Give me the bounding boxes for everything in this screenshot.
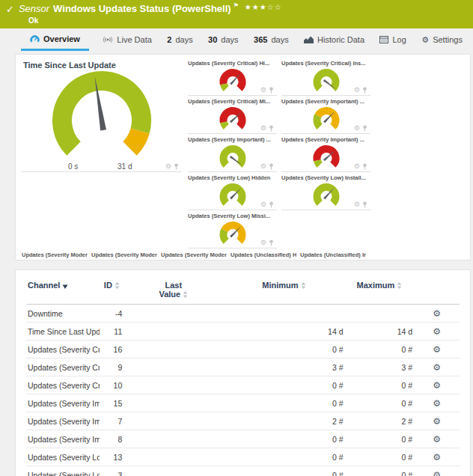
channel-settings-icon[interactable]: ⚙ bbox=[433, 308, 441, 319]
tile-actions: ⚙ bbox=[354, 87, 367, 94]
tab-label: days bbox=[271, 35, 288, 44]
gauge-label: Updates (Severity Critical) Ins... bbox=[281, 58, 370, 67]
gauge-title: Time Since Last Update bbox=[22, 58, 182, 70]
gauge-label: Updates (Unclassified) Install... bbox=[300, 249, 366, 258]
tab-bar: OverviewLive Data2days30days365daysHisto… bbox=[0, 28, 473, 51]
gear-icon[interactable]: ⚙ bbox=[260, 163, 266, 170]
channel-settings-icon[interactable]: ⚙ bbox=[433, 344, 441, 355]
gear-icon[interactable]: ⚙ bbox=[260, 201, 266, 208]
table-row: Downtime-4⚙ bbox=[26, 305, 460, 323]
gauge-label: Updates (Severity Important) ... bbox=[281, 96, 370, 105]
tab-log[interactable]: Log bbox=[378, 28, 407, 51]
channel-settings-icon[interactable]: ⚙ bbox=[433, 380, 441, 391]
gear-icon[interactable]: ⚙ bbox=[354, 125, 360, 132]
tab-30-days[interactable]: 30days bbox=[207, 28, 240, 51]
table-row: Updates (Severity Critic...93 #3 #⚙ bbox=[26, 358, 460, 376]
channel-settings-icon[interactable]: ⚙ bbox=[433, 434, 441, 445]
prtg-sensor-page: ✓ Sensor Windows Updates Status (PowerSh… bbox=[0, 0, 473, 476]
cell-id: 3 bbox=[100, 466, 123, 476]
table-row: Updates (Severity Impo...80 #0 #⚙ bbox=[26, 430, 460, 448]
table-row: Time Since Last Update1114 d14 d⚙ bbox=[26, 323, 460, 341]
time-since-last-update-gauge bbox=[22, 70, 182, 164]
gauge-tile: Updates (Severity Low) Missi...⚙ bbox=[188, 210, 277, 248]
gear-icon[interactable]: ⚙ bbox=[354, 87, 360, 94]
channel-settings-icon[interactable]: ⚙ bbox=[433, 452, 441, 463]
column-header-id[interactable]: ID bbox=[100, 276, 123, 305]
cell-actions: ⚙ bbox=[414, 376, 460, 394]
gauge-label: Updates (Severity Moderate) ... bbox=[22, 249, 88, 258]
pin-icon[interactable] bbox=[362, 87, 367, 94]
gear-icon[interactable]: ⚙ bbox=[260, 87, 266, 94]
gauge-label: Updates (Severity Important) ... bbox=[188, 134, 277, 143]
gauge-tile: Updates (Unclassified) Hidden⚙ bbox=[231, 249, 296, 260]
pin-icon[interactable] bbox=[362, 125, 367, 132]
column-header-minimum[interactable]: Minimum bbox=[223, 276, 344, 305]
pin-icon[interactable] bbox=[362, 201, 367, 208]
cell-id: 16 bbox=[100, 341, 123, 358]
cell-min: 0 # bbox=[223, 448, 344, 466]
sensor-header: ✓ Sensor Windows Updates Status (PowerSh… bbox=[0, 0, 473, 28]
flag-icon[interactable]: ⚑ bbox=[234, 3, 239, 9]
cell-actions: ⚙ bbox=[414, 358, 460, 376]
cell-id: 8 bbox=[100, 430, 123, 448]
gear-icon[interactable]: ⚙ bbox=[260, 125, 266, 132]
gear-icon[interactable]: ⚙ bbox=[165, 163, 171, 170]
tile-actions: ⚙ bbox=[260, 239, 274, 246]
channel-settings-icon[interactable]: ⚙ bbox=[433, 326, 441, 337]
cell-max: 0 # bbox=[345, 448, 415, 466]
tile-actions: ⚙ bbox=[260, 201, 274, 208]
cell-actions: ⚙ bbox=[414, 341, 460, 358]
tab-2-days[interactable]: 2days bbox=[165, 28, 194, 51]
log-icon bbox=[379, 36, 388, 43]
pin-icon[interactable] bbox=[269, 87, 274, 94]
column-header-last-value[interactable]: LastValue bbox=[123, 276, 223, 305]
tile-actions: ⚙ bbox=[354, 125, 367, 132]
tab-label: Live Data bbox=[117, 35, 151, 44]
column-header-label: Value bbox=[159, 290, 180, 299]
object-type-label: Sensor bbox=[19, 3, 49, 14]
gear-icon[interactable]: ⚙ bbox=[260, 239, 266, 246]
gear-icon[interactable]: ⚙ bbox=[354, 163, 360, 170]
cell-last bbox=[123, 448, 223, 466]
gauge-label: Updates (Severity Critical) Hi... bbox=[188, 58, 277, 67]
pin-icon[interactable] bbox=[269, 239, 274, 246]
channel-settings-icon[interactable]: ⚙ bbox=[433, 398, 441, 409]
cell-id: 7 bbox=[100, 412, 123, 430]
gear-icon: ⚙ bbox=[421, 36, 429, 44]
column-header-label: Channel bbox=[28, 281, 60, 290]
column-header-channel[interactable]: Channel bbox=[26, 276, 100, 305]
pin-icon[interactable] bbox=[269, 163, 274, 170]
gauge-tile: Updates (Severity Moderate) I...⚙ bbox=[91, 249, 157, 260]
tab-live-data[interactable]: Live Data bbox=[101, 28, 153, 51]
tab-number: 2 bbox=[167, 35, 171, 44]
tile-actions: ⚙ bbox=[260, 163, 274, 170]
cell-id: 15 bbox=[100, 394, 123, 412]
priority-stars[interactable]: ★★★☆☆ bbox=[245, 4, 282, 11]
column-header-maximum[interactable]: Maximum bbox=[345, 276, 415, 305]
channels-table-panel: ChannelIDLastValueMinimumMaximum Downtim… bbox=[15, 269, 471, 476]
channel-settings-icon[interactable]: ⚙ bbox=[433, 470, 441, 476]
tab-label: Log bbox=[392, 35, 406, 44]
channel-settings-icon[interactable]: ⚙ bbox=[433, 416, 441, 427]
small-gauges-grid: Updates (Severity Critical) Hi...⚙Update… bbox=[188, 58, 466, 248]
gauge-min-label: 0 s bbox=[68, 162, 78, 171]
gauge-tile: Updates (Severity Important) ...⚙ bbox=[281, 134, 370, 172]
pin-icon[interactable] bbox=[362, 163, 367, 170]
gear-icon[interactable]: ⚙ bbox=[354, 201, 360, 208]
pin-icon[interactable] bbox=[269, 201, 274, 208]
tab-historic-data[interactable]: Historic Data bbox=[302, 28, 366, 51]
cell-actions: ⚙ bbox=[414, 394, 460, 412]
tab-number: 365 bbox=[254, 35, 267, 44]
tab-overview[interactable]: Overview bbox=[21, 28, 89, 51]
tab-365-days[interactable]: 365days bbox=[252, 28, 290, 51]
cell-actions: ⚙ bbox=[414, 466, 460, 476]
cell-last bbox=[123, 323, 223, 341]
pin-icon[interactable] bbox=[269, 125, 274, 132]
cell-channel: Updates (Severity Critic... bbox=[26, 376, 100, 394]
tab-settings[interactable]: ⚙Settings bbox=[420, 28, 464, 51]
table-row: Updates (Severity Critic...100 #0 #⚙ bbox=[26, 376, 460, 394]
pin-icon[interactable] bbox=[174, 163, 179, 170]
gauge-label: Updates (Unclassified) Hidden bbox=[231, 249, 296, 258]
channel-settings-icon[interactable]: ⚙ bbox=[433, 362, 441, 373]
tile-actions: ⚙ bbox=[165, 163, 179, 170]
